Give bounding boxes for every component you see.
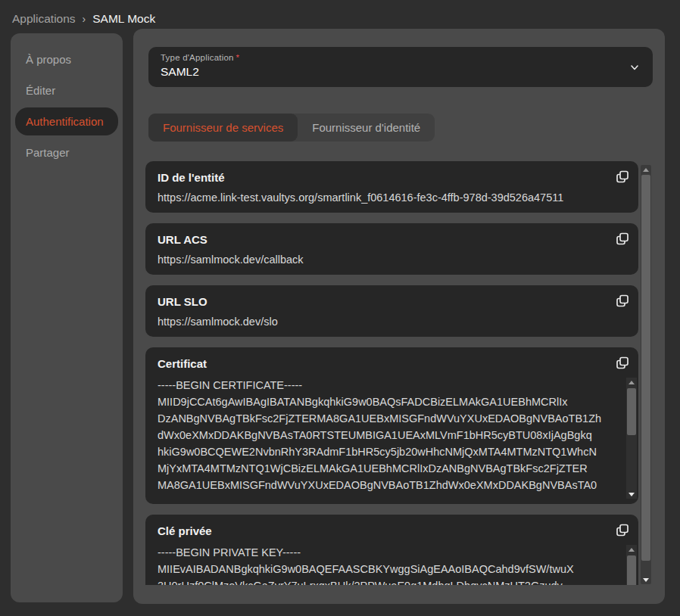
copy-icon[interactable] bbox=[613, 521, 632, 541]
certificate-textarea[interactable]: -----BEGIN CERTIFICATE----- MIID9jCCAt6g… bbox=[158, 377, 610, 496]
scroll-down-icon[interactable] bbox=[626, 490, 637, 499]
sidebar-item-authentification[interactable]: Authentification bbox=[15, 107, 118, 135]
field-certificat: Certificat -----BEGIN CERTIFICATE----- M… bbox=[145, 347, 638, 504]
field-entity-id: ID de l'entité https://acme.link-test.va… bbox=[145, 161, 638, 213]
content-scrollbar[interactable] bbox=[641, 165, 651, 584]
tab-bar: Fournisseur de services Fournisseur d'id… bbox=[148, 114, 435, 142]
field-cle-privee: Clé privée -----BEGIN PRIVATE KEY----- M… bbox=[145, 515, 638, 585]
breadcrumb-applications[interactable]: Applications bbox=[12, 12, 76, 26]
sidebar-item-partager[interactable]: Partager bbox=[15, 138, 118, 166]
sidebar: À propos Éditer Authentification Partage… bbox=[11, 33, 123, 602]
main-panel: Type d'Application* SAML2 Fournisseur de… bbox=[133, 29, 665, 604]
field-url-slo: URL SLO https://samlmock.dev/slo bbox=[145, 285, 638, 337]
required-asterisk: * bbox=[236, 53, 240, 62]
certificate-scrollbar[interactable] bbox=[626, 378, 637, 499]
field-label: URL ACS bbox=[158, 233, 626, 246]
scrollbar-thumb[interactable] bbox=[627, 555, 636, 585]
sidebar-item-editer[interactable]: Éditer bbox=[15, 76, 118, 104]
app-type-value: SAML2 bbox=[161, 65, 641, 79]
fields-scroll-area: ID de l'entité https://acme.link-test.va… bbox=[145, 161, 638, 585]
breadcrumb-current-page: SAML Mock bbox=[92, 12, 155, 26]
field-label: ID de l'entité bbox=[158, 171, 626, 184]
scroll-up-icon[interactable] bbox=[626, 545, 637, 554]
scroll-up-icon[interactable] bbox=[626, 378, 637, 387]
chevron-right-icon: › bbox=[83, 13, 86, 25]
field-label: Clé privée bbox=[158, 524, 626, 537]
copy-icon[interactable] bbox=[613, 168, 632, 188]
scrollbar-thumb[interactable] bbox=[627, 388, 636, 435]
breadcrumb: Applications › SAML Mock bbox=[12, 12, 155, 26]
app-type-label: Type d'Application* bbox=[161, 53, 641, 62]
scrollbar-thumb[interactable] bbox=[641, 175, 650, 561]
app-type-select[interactable]: Type d'Application* SAML2 bbox=[148, 47, 653, 87]
field-value: https://samlmock.dev/slo bbox=[158, 316, 626, 328]
field-value: https://acme.link-test.vaultys.org/smart… bbox=[158, 191, 626, 204]
field-label: Certificat bbox=[158, 357, 626, 370]
copy-icon[interactable] bbox=[613, 354, 632, 374]
field-value: https://samlmock.dev/callback bbox=[158, 254, 626, 266]
sidebar-item-a-propos[interactable]: À propos bbox=[15, 45, 118, 73]
copy-icon[interactable] bbox=[613, 292, 632, 312]
scroll-down-icon[interactable] bbox=[641, 575, 651, 584]
private-key-textarea[interactable]: -----BEGIN PRIVATE KEY----- MIIEvAIBADAN… bbox=[158, 544, 610, 585]
field-url-acs: URL ACS https://samlmock.dev/callback bbox=[145, 223, 638, 275]
chevron-down-icon bbox=[629, 61, 641, 76]
tab-fournisseur-de-services[interactable]: Fournisseur de services bbox=[148, 114, 298, 142]
private-key-scrollbar[interactable] bbox=[626, 545, 637, 585]
copy-icon[interactable] bbox=[613, 230, 632, 250]
tab-fournisseur-didentite[interactable]: Fournisseur d'identité bbox=[298, 114, 435, 142]
field-label: URL SLO bbox=[158, 295, 626, 308]
scroll-up-icon[interactable] bbox=[641, 165, 651, 174]
